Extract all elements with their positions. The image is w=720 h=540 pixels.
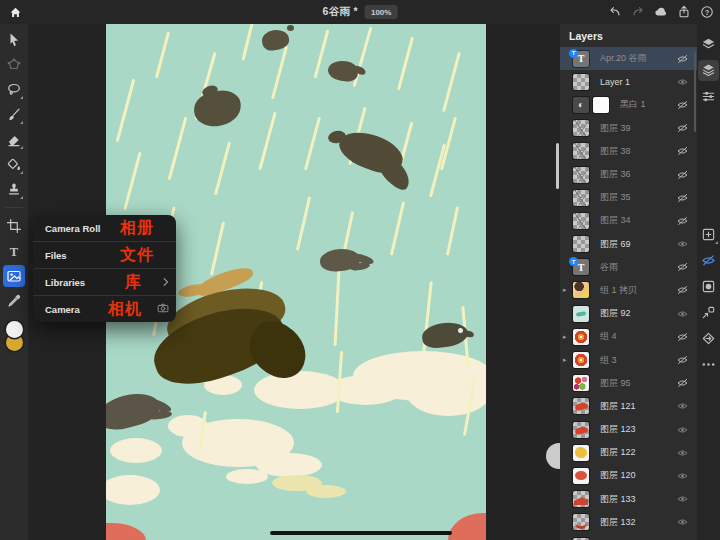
layer-name: 图层 69 xyxy=(600,238,631,251)
layers-panel-button[interactable] xyxy=(698,34,719,55)
layers-scrollbar[interactable] xyxy=(694,52,696,132)
eyedropper-tool[interactable] xyxy=(3,290,25,312)
eye-off-icon[interactable] xyxy=(677,286,688,295)
eye-off-icon[interactable] xyxy=(677,263,688,272)
layer-row-图层 69[interactable]: 图层 69 xyxy=(560,233,697,256)
rain-streak xyxy=(258,112,277,171)
transform-tool[interactable] xyxy=(3,54,25,76)
type-tool[interactable]: T xyxy=(3,240,25,262)
stamp-tool[interactable] xyxy=(3,179,25,201)
layer-row-图层 95[interactable]: 图层 95 xyxy=(560,372,697,395)
thumb-art xyxy=(573,190,589,206)
eye-icon[interactable] xyxy=(677,471,688,480)
eye-off-icon[interactable] xyxy=(677,147,688,156)
eye-off-icon[interactable] xyxy=(677,124,688,133)
disclosure-triangle-icon[interactable]: ▸ xyxy=(563,333,567,341)
more-options-button[interactable] xyxy=(698,354,719,375)
menu-item-libraries[interactable]: Libraries库 xyxy=(33,269,176,296)
layer-row-图层 38[interactable]: 图层 38 xyxy=(560,140,697,163)
crop-tool[interactable] xyxy=(3,215,25,237)
layer-thumbnail xyxy=(573,422,589,438)
import-context-menu: Camera Roll相册Files文件Libraries库Camera相机 xyxy=(33,215,176,322)
layer-name: 图层 39 xyxy=(600,122,631,135)
eye-icon[interactable] xyxy=(677,425,688,434)
menu-item-camera[interactable]: Camera相机 xyxy=(33,296,176,322)
layer-row-Layer 1[interactable]: Layer 1 xyxy=(560,70,697,93)
menu-item-camera-roll[interactable]: Camera Roll相册 xyxy=(33,215,176,242)
eraser-tool[interactable] xyxy=(3,129,25,151)
eye-off-icon[interactable] xyxy=(677,193,688,202)
canvas-scrollbar[interactable] xyxy=(556,143,559,189)
place-image-tool[interactable] xyxy=(3,265,25,287)
layer-row-图层 123[interactable]: 图层 123 xyxy=(560,418,697,441)
eye-icon[interactable] xyxy=(677,495,688,504)
layer-thumbnail xyxy=(573,74,589,90)
eye-off-icon[interactable] xyxy=(677,379,688,388)
help-button[interactable]: ? xyxy=(700,5,714,19)
cloud-icon xyxy=(654,5,668,19)
properties-icon xyxy=(701,63,716,78)
layer-row-图层 122[interactable]: 图层 122 xyxy=(560,441,697,464)
layer-row-组 4[interactable]: ▸组 4 xyxy=(560,325,697,348)
eye-off-icon[interactable] xyxy=(677,332,688,341)
share-button[interactable] xyxy=(677,5,691,19)
artwork-shape xyxy=(406,368,486,416)
layer-row-图层 133[interactable]: 图层 133 xyxy=(560,488,697,511)
menu-item-annotation: 库 xyxy=(125,272,142,293)
transform-button[interactable] xyxy=(698,328,719,349)
lasso-icon xyxy=(6,82,22,98)
layer-row-图层 35[interactable]: 图层 35 xyxy=(560,186,697,209)
lasso-tool[interactable] xyxy=(3,79,25,101)
thumb-art xyxy=(574,425,588,434)
svg-text:T: T xyxy=(10,244,19,258)
layer-row-图层 39[interactable]: 图层 39 xyxy=(560,117,697,140)
eye-icon[interactable] xyxy=(677,402,688,411)
layer-name: 组 1 拷贝 xyxy=(600,284,637,297)
undo-button[interactable] xyxy=(608,5,622,19)
layer-row-组 1 拷贝[interactable]: ▸组 1 拷贝 xyxy=(560,279,697,302)
layer-visibility-button[interactable] xyxy=(698,250,719,271)
camera-icon xyxy=(157,302,169,314)
foreground-color-chip[interactable] xyxy=(6,321,23,338)
layer-row[interactable] xyxy=(560,534,697,540)
layer-row-图层 36[interactable]: 图层 36 xyxy=(560,163,697,186)
layer-row-图层 132[interactable]: 图层 132 xyxy=(560,511,697,534)
layer-row-图层 34[interactable]: 图层 34 xyxy=(560,209,697,232)
layer-row-谷雨[interactable]: TT谷雨 xyxy=(560,256,697,279)
eye-icon[interactable] xyxy=(677,240,688,249)
cloud-sync-button[interactable] xyxy=(654,5,668,19)
eye-icon[interactable] xyxy=(677,309,688,318)
layer-row-图层 120[interactable]: 图层 120 xyxy=(560,464,697,487)
rain-streak xyxy=(123,152,142,211)
zoom-level-badge[interactable]: 100% xyxy=(365,5,397,19)
home-icon[interactable] xyxy=(9,6,22,19)
disclosure-triangle-icon[interactable]: ▸ xyxy=(563,356,567,364)
fill-tool[interactable] xyxy=(3,154,25,176)
eye-off-icon[interactable] xyxy=(677,100,688,109)
layer-row-图层 121[interactable]: 图层 121 xyxy=(560,395,697,418)
layer-row-组 3[interactable]: ▸组 3 xyxy=(560,348,697,371)
clipping-mask-button[interactable] xyxy=(698,302,719,323)
add-layer-button[interactable] xyxy=(698,224,719,245)
layer-row-图层 92[interactable]: 图层 92 xyxy=(560,302,697,325)
layer-thumbnail xyxy=(573,306,589,322)
brush-tool[interactable] xyxy=(3,104,25,126)
layer-properties-button[interactable] xyxy=(698,60,719,81)
eye-off-icon[interactable] xyxy=(677,54,688,63)
eye-off-icon[interactable] xyxy=(677,356,688,365)
eye-off-icon[interactable] xyxy=(677,216,688,225)
menu-item-files[interactable]: Files文件 xyxy=(33,242,176,269)
eye-icon[interactable] xyxy=(677,77,688,86)
layer-row-黑白 1[interactable]: ◐黑白 1 xyxy=(560,93,697,116)
redo-button[interactable] xyxy=(631,5,645,19)
layer-mask-button[interactable] xyxy=(698,276,719,297)
layer-row-Apr.20 谷雨[interactable]: TTApr.20 谷雨 xyxy=(560,47,697,70)
adjustments-button[interactable] xyxy=(698,86,719,107)
move-tool[interactable] xyxy=(3,29,25,51)
thumb-art xyxy=(574,497,588,505)
eye-icon[interactable] xyxy=(677,448,688,457)
disclosure-triangle-icon[interactable]: ▸ xyxy=(563,286,567,294)
rain-streak xyxy=(214,141,232,195)
eye-icon[interactable] xyxy=(677,518,688,527)
eye-off-icon[interactable] xyxy=(677,170,688,179)
